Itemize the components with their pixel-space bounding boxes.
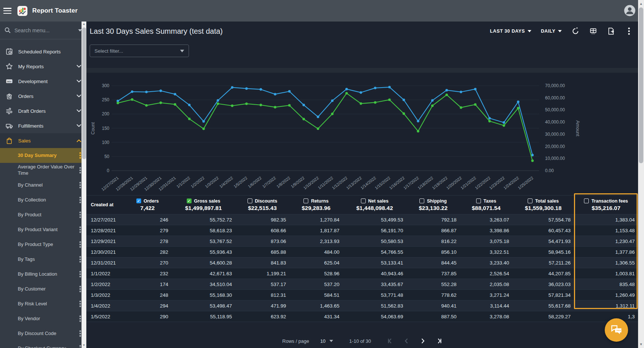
- date-range-button[interactable]: LAST 30 DAYS: [490, 29, 531, 34]
- kebab-menu-icon: [79, 345, 81, 348]
- column-checkbox[interactable]: [476, 198, 481, 203]
- cell-value: 816.22: [406, 236, 460, 247]
- wind-icon: [6, 107, 13, 115]
- sidebar-subitem-by-vendor[interactable]: By Vendor: [0, 311, 86, 326]
- cell-value: 57,554.78: [512, 214, 574, 225]
- kebab-menu-icon: [79, 197, 81, 203]
- sidebar-scrollbar[interactable]: ▲ ▼: [82, 22, 86, 348]
- sidebar-subitem-by-product-variant[interactable]: By Product Variant: [0, 222, 86, 237]
- sidebar-subitem-by-product[interactable]: By Product: [0, 207, 86, 222]
- column-header-shipping: Shipping$23,130.22: [406, 196, 460, 214]
- sidebar-subitem-by-discount-code[interactable]: By Discount Code: [0, 326, 86, 341]
- chat-widget-button[interactable]: [605, 318, 628, 342]
- sidebar-item-orders[interactable]: Orders: [0, 89, 86, 104]
- sidebar-item-scheduled-reports[interactable]: Scheduled Reports: [0, 44, 86, 59]
- sidebar-subitem-label: By Billing Location: [18, 271, 77, 278]
- next-page-button[interactable]: [420, 338, 426, 344]
- sidebar-subitem-by-collection[interactable]: By Collection: [0, 193, 86, 207]
- scroll-down-icon[interactable]: ▼: [638, 341, 644, 347]
- page-scrollbar[interactable]: ▲ ▼: [638, 0, 644, 348]
- cell-value: 55,118.95: [172, 311, 235, 322]
- sidebar-item-development[interactable]: DEVDevelopment: [0, 74, 86, 89]
- column-checkbox[interactable]: [528, 198, 532, 203]
- column-checkbox[interactable]: [419, 198, 424, 203]
- last-page-button[interactable]: [436, 338, 442, 344]
- cell-value: 1,3: [574, 311, 638, 322]
- column-checkbox[interactable]: ✓: [187, 198, 192, 203]
- column-checkbox[interactable]: [303, 198, 308, 203]
- data-point: [274, 106, 276, 109]
- cell-value: 51,562.83: [343, 301, 406, 311]
- data-point: [188, 104, 191, 106]
- cell-value: 55,617.68: [512, 301, 574, 311]
- app-title: Report Toaster: [32, 7, 77, 14]
- scroll-up-icon[interactable]: ▲: [638, 1, 644, 7]
- granularity-button[interactable]: DAILY: [541, 29, 562, 34]
- sidebar-subitem-by-channel[interactable]: By Channel: [0, 178, 86, 193]
- cell-value: 841.83: [235, 257, 289, 268]
- scroll-down-icon[interactable]: ▼: [82, 343, 86, 348]
- x-axis-tick: 1/16/2022: [388, 175, 405, 190]
- data-point: [188, 118, 191, 120]
- first-page-button[interactable]: [387, 338, 393, 344]
- sidebar-subitem-by-risk-level[interactable]: By Risk Level: [0, 296, 86, 311]
- sales-chart: 0501001502002503000.0010,000.0020,000.00…: [86, 73, 638, 195]
- x-axis-tick: 1/10/2022: [302, 175, 319, 190]
- sidebar-subitem-average-order-value-over-time[interactable]: Average Order Value Over Time: [0, 163, 86, 178]
- sidebar-item-sales[interactable]: Sales: [0, 133, 86, 148]
- column-label: Gross sales: [194, 198, 220, 204]
- page-scroll-thumb[interactable]: [639, 7, 643, 163]
- data-point: [374, 87, 376, 89]
- hamburger-menu-icon[interactable]: [3, 8, 11, 14]
- rows-per-page-select[interactable]: 10: [320, 338, 333, 344]
- export-button[interactable]: [607, 27, 615, 35]
- cell-value: 50,580.53: [343, 236, 406, 247]
- column-header-total-sales: Total sales$1,559,300.18: [512, 196, 574, 214]
- refresh-button[interactable]: [571, 27, 580, 35]
- column-checkbox[interactable]: [248, 198, 252, 203]
- data-point: [131, 91, 133, 93]
- data-point: [174, 103, 176, 106]
- x-axis-tick: 1/2/2022: [190, 175, 205, 189]
- column-total: $1,499,897.81: [172, 205, 235, 211]
- sidebar-subitem-label: By Risk Level: [18, 301, 77, 307]
- series-line-gross-sales: [118, 93, 532, 161]
- cell-value: 290: [123, 311, 172, 322]
- x-axis-tick: 1/22/2022: [474, 175, 491, 190]
- data-point: [445, 93, 448, 96]
- sidebar-subitem-by-customer[interactable]: By Customer: [0, 282, 86, 296]
- scroll-up-icon[interactable]: ▲: [82, 22, 86, 27]
- calendar-clock-icon: [6, 48, 13, 55]
- column-checkbox[interactable]: [584, 198, 589, 203]
- sidebar-scroll-thumb[interactable]: [82, 27, 86, 159]
- user-avatar[interactable]: [624, 5, 635, 16]
- table-view-button[interactable]: [589, 27, 597, 35]
- column-checkbox[interactable]: [361, 198, 366, 203]
- cell-value: 552.28: [406, 279, 460, 290]
- filter-select[interactable]: Select filter...: [90, 45, 189, 57]
- last-page-icon: [436, 338, 442, 344]
- sidebar-item-draft-orders[interactable]: Draft Orders: [0, 104, 86, 118]
- table-row: 12/28/202127958,618.23608.661,817.8756,1…: [86, 225, 638, 236]
- more-options-button[interactable]: [625, 27, 633, 35]
- sidebar-subitem-by-checkout-currency[interactable]: By Checkout Currency: [0, 341, 86, 348]
- sidebar-item-fulfillments[interactable]: Fulfillments: [0, 118, 86, 133]
- sidebar-subitem-by-billing-location[interactable]: By Billing Location: [0, 267, 86, 282]
- cell-value: 33,435.67: [343, 279, 406, 290]
- sidebar-subitem-30-day-summary[interactable]: 30 Day Summary: [0, 148, 86, 163]
- kebab-menu-icon: [79, 301, 81, 307]
- sidebar-subitem-by-product-type[interactable]: By Product Type: [0, 237, 86, 252]
- data-point: [445, 89, 448, 92]
- sidebar-item-my-reports[interactable]: My Reports: [0, 59, 86, 74]
- cell-value: 1,817.87: [289, 225, 343, 236]
- cell-value: 625.04: [289, 257, 343, 268]
- x-axis-tick: 1/20/2022: [445, 175, 462, 190]
- previous-page-button[interactable]: [404, 338, 409, 344]
- sidebar-subitem-label: By Vendor: [18, 316, 77, 322]
- sidebar-subitem-label: By Tags: [18, 256, 77, 263]
- sidebar-search[interactable]: Search menu...: [0, 22, 86, 39]
- sidebar-subitem-by-tags[interactable]: By Tags: [0, 252, 86, 267]
- cell-value: 1,003.81: [574, 268, 638, 279]
- column-checkbox[interactable]: ✓: [136, 198, 141, 203]
- data-point: [460, 106, 462, 109]
